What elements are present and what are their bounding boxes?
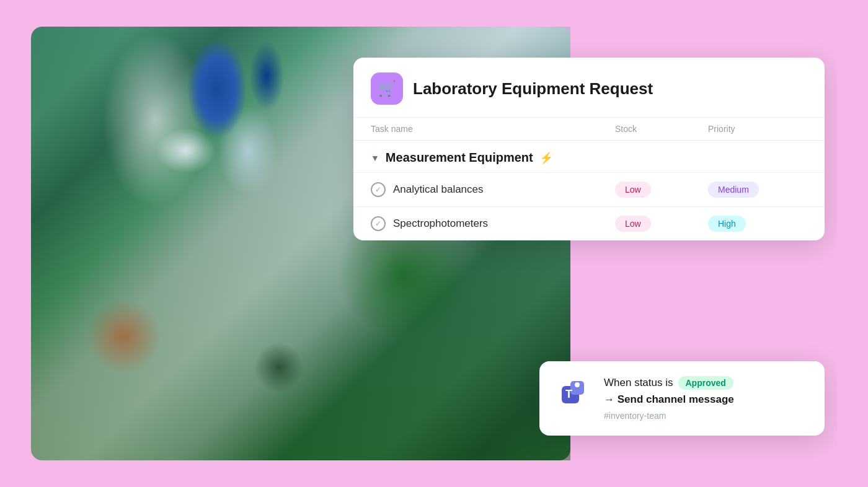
automation-line2: → Send channel message <box>604 393 807 406</box>
priority-cell-2: High <box>708 216 807 232</box>
stock-badge-1[interactable]: Low <box>615 182 651 198</box>
stock-badge-2[interactable]: Low <box>615 216 651 232</box>
approved-badge: Approved <box>678 376 733 390</box>
priority-badge-1[interactable]: Medium <box>708 182 759 198</box>
stock-cell-2: Low <box>615 216 708 232</box>
task-name-cell: ✓ Analytical balances <box>371 182 615 197</box>
when-status-text: When status is <box>604 377 673 389</box>
chevron-down-icon[interactable]: ▼ <box>371 153 379 163</box>
automation-card: T When status is Approved → Send channel… <box>539 361 825 436</box>
task-name-2: Spectrophotometers <box>393 217 488 230</box>
teams-icon: T <box>557 376 591 411</box>
check-mark-2: ✓ <box>375 219 381 228</box>
table-row: ✓ Analytical balances Low Medium <box>353 173 825 207</box>
svg-text:T: T <box>565 388 572 400</box>
check-mark-1: ✓ <box>375 185 381 194</box>
laboratory-request-card: 🛒 Laboratory Equipment Request Task name… <box>353 58 825 240</box>
teams-logo-svg: T <box>557 376 591 411</box>
task-name-cell-2: ✓ Spectrophotometers <box>371 216 615 231</box>
col-task-name: Task name <box>371 124 615 134</box>
automation-line1: When status is Approved <box>604 376 807 390</box>
priority-cell-1: Medium <box>708 182 807 198</box>
col-priority: Priority <box>708 124 807 134</box>
stock-cell-1: Low <box>615 182 708 198</box>
priority-badge-2[interactable]: High <box>708 216 746 232</box>
automation-content: When status is Approved → Send channel m… <box>604 376 807 421</box>
section-header: ▼ Measurement Equipment ⚡ <box>353 141 825 173</box>
col-stock: Stock <box>615 124 708 134</box>
lightning-icon: ⚡ <box>539 151 553 165</box>
svg-point-3 <box>575 382 580 387</box>
check-circle-2[interactable]: ✓ <box>371 216 386 231</box>
task-name-1: Analytical balances <box>393 183 484 196</box>
check-circle-1[interactable]: ✓ <box>371 182 386 197</box>
card-title: Laboratory Equipment Request <box>413 79 653 99</box>
table-header: Task name Stock Priority <box>353 118 825 141</box>
card-icon: 🛒 <box>371 72 403 105</box>
section-title: Measurement Equipment <box>386 151 533 165</box>
main-container: 🛒 Laboratory Equipment Request Task name… <box>31 27 837 460</box>
basket-icon: 🛒 <box>378 80 396 97</box>
automation-channel: #inventory-team <box>604 411 807 421</box>
table-row: ✓ Spectrophotometers Low High <box>353 207 825 240</box>
card-header: 🛒 Laboratory Equipment Request <box>353 58 825 118</box>
